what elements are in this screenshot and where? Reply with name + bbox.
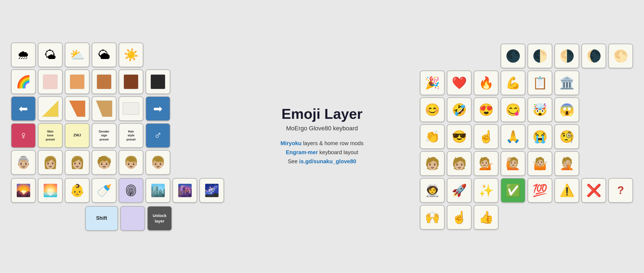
key-hair-style-preset[interactable]: Hairstylepreset — [119, 123, 143, 148]
key-thumbs-up[interactable]: 👍 — [474, 205, 498, 230]
right-row-0: 🌑 🌓 🌗 🌘 🌕 — [420, 44, 633, 68]
key-baby-bottle[interactable]: 🍼 — [92, 178, 116, 203]
right-row-5: 🧑‍🚀 🚀 ✨ ✅ 💯 ⚠️ ❌ ? — [420, 178, 633, 203]
key-boy2[interactable]: 👦🏼 — [146, 150, 170, 175]
key-monocle[interactable]: 🧐 — [554, 124, 579, 149]
key-crying[interactable]: 😭 — [528, 124, 552, 149]
key-pink-square[interactable] — [38, 69, 63, 94]
key-sunrise-mountain[interactable]: 🌄 — [11, 178, 36, 203]
key-yellow-shape[interactable] — [38, 96, 63, 121]
key-tan-shape[interactable] — [92, 96, 116, 121]
key-child[interactable]: 🧒🏼 — [92, 150, 116, 175]
key-screaming[interactable]: 😱 — [554, 97, 579, 122]
key-waning-gibbous[interactable]: 🌘 — [581, 44, 606, 68]
key-building[interactable]: 🏛️ — [554, 71, 579, 95]
key-cityscape[interactable]: 🏙️ — [146, 178, 170, 203]
key-person-shrug1[interactable]: 🧑🏼 — [420, 151, 445, 176]
key-full-moon[interactable]: 🌕 — [608, 44, 633, 68]
key-brown-square[interactable] — [92, 69, 116, 94]
keyboard-subtitle: MoErgo Glove80 keyboard — [286, 125, 358, 132]
left-bottom-row: Shift Unlocklayer — [85, 206, 224, 231]
key-partly-sunny[interactable]: 🌤 — [38, 43, 63, 67]
left-row-3: ♀ Skintonepreset ZWJ Gendersignpreset Ha… — [11, 123, 224, 148]
key-female-sign[interactable]: ♀ — [11, 123, 36, 148]
key-arrow-right[interactable]: ➡ — [146, 96, 170, 121]
key-fingerprint[interactable] — [119, 178, 143, 203]
key-sparkles1[interactable]: 🧑‍🚀 — [420, 178, 445, 203]
key-person-facepalm[interactable]: 🤦🏼 — [554, 151, 579, 176]
key-woman1[interactable]: 👩🏼 — [38, 150, 63, 175]
key-mostly-cloudy[interactable]: 🌥 — [92, 43, 116, 67]
key-point-up[interactable]: ☝️ — [474, 124, 498, 149]
key-orange-square[interactable] — [65, 69, 90, 94]
key-night-city[interactable]: 🌆 — [172, 178, 197, 203]
key-sparkles2[interactable]: ✨ — [474, 178, 498, 203]
key-red-heart[interactable]: ❤️ — [447, 71, 472, 95]
key-first-quarter[interactable]: 🌗 — [554, 44, 579, 68]
key-orange-shape[interactable] — [65, 96, 90, 121]
key-check-mark[interactable]: ✅ — [501, 178, 525, 203]
left-row-4: 👵🏼 👩🏼 👩🏼 🧒🏼 👦🏼 👦🏼 — [11, 150, 224, 175]
key-heart-eyes[interactable]: 😍 — [474, 97, 498, 122]
shift-label: Shift — [95, 214, 108, 223]
unlock-layer-key[interactable]: Unlocklayer — [147, 206, 172, 231]
right-row-2: 😊 🤣 😍 😋 🤯 😱 — [420, 97, 633, 122]
key-dark-brown[interactable] — [119, 69, 143, 94]
key-black-square[interactable] — [146, 69, 170, 94]
key-person-raising[interactable]: 🙋🏼 — [501, 151, 525, 176]
key-sunny[interactable]: ☀️ — [119, 43, 143, 67]
key-waxing-crescent[interactable]: 🌓 — [528, 44, 552, 68]
miryoku-suffix: layers & home row mods — [302, 140, 364, 146]
key-white-shape[interactable] — [119, 96, 143, 121]
key-yum[interactable]: 😋 — [501, 97, 525, 122]
key-skin-tone-preset[interactable]: Skintonepreset — [38, 123, 63, 148]
key-night-sky[interactable]: 🌌 — [199, 178, 224, 203]
key-woman2[interactable]: 👩🏼 — [65, 150, 90, 175]
key-zwj[interactable]: ZWJ — [65, 123, 90, 148]
blank-key[interactable] — [120, 206, 145, 231]
key-warning[interactable]: ⚠️ — [554, 178, 579, 203]
engram-line: Engram·mer keyboard layout — [286, 149, 358, 156]
key-pray[interactable]: 🙏 — [501, 124, 525, 149]
shift-key[interactable]: Shift — [85, 206, 118, 231]
key-raised-hands[interactable]: 🙌 — [420, 205, 445, 230]
key-exploding-head[interactable]: 🤯 — [528, 97, 552, 122]
engram-suffix: keyboard layout — [318, 149, 358, 155]
key-x-mark[interactable]: ❌ — [581, 178, 606, 203]
key-fire[interactable]: 🔥 — [474, 71, 498, 95]
key-muscle[interactable]: 💪 — [501, 71, 525, 95]
key-person-shrug2[interactable]: 🧑🏼 — [447, 151, 472, 176]
key-smiley[interactable]: 😊 — [420, 97, 445, 122]
right-row-1: 🎉 ❤️ 🔥 💪 📋 🏛️ — [420, 71, 633, 95]
key-rocket[interactable]: 🚀 — [447, 178, 472, 203]
right-row-4: 🧑🏼 🧑🏼 💁🏼 🙋🏼 🤷🏼 🤦🏼 — [420, 151, 633, 176]
miryoku-link[interactable]: Miryoku — [280, 140, 302, 146]
key-party-popper[interactable]: 🎉 — [420, 71, 445, 95]
key-question[interactable]: ? — [608, 178, 633, 203]
key-100[interactable]: 💯 — [528, 178, 552, 203]
key-sunglasses[interactable]: 😎 — [447, 124, 472, 149]
key-person-shrugging[interactable]: 🤷🏼 — [528, 151, 552, 176]
key-old-woman[interactable]: 👵🏼 — [11, 150, 36, 175]
key-sunrise[interactable]: 🌅 — [38, 178, 63, 203]
key-arrow-left[interactable]: ⬅ — [11, 96, 36, 121]
key-backhand-point[interactable]: ☝️ — [447, 205, 472, 230]
center-info: Emoji Layer MoErgo Glove80 keyboard Miry… — [224, 106, 420, 167]
key-clapping[interactable]: 👏 — [420, 124, 445, 149]
key-boy1[interactable]: 👦🏼 — [119, 150, 143, 175]
key-baby[interactable]: 👶 — [65, 178, 90, 203]
key-gender-sign-preset[interactable]: Gendersignpreset — [92, 123, 116, 148]
key-new-moon[interactable]: 🌑 — [501, 44, 525, 68]
left-row-1: 🌈 — [11, 69, 224, 94]
engram-link[interactable]: Engram·mer — [286, 149, 318, 155]
key-rainbow[interactable]: 🌈 — [11, 69, 36, 94]
key-person-tipping[interactable]: 💁🏼 — [474, 151, 498, 176]
key-partly-cloudy[interactable]: ⛅ — [65, 43, 90, 67]
right-row-6: 🙌 ☝️ 👍 — [420, 205, 633, 230]
glove80-link[interactable]: is.gd/sunaku_glove80 — [299, 158, 356, 164]
key-notebook[interactable]: 📋 — [528, 71, 552, 95]
see-line: See is.gd/sunaku_glove80 — [288, 158, 356, 165]
key-rofl[interactable]: 🤣 — [447, 97, 472, 122]
key-male-sign[interactable]: ♂ — [146, 123, 170, 148]
key-cloud-rain[interactable]: 🌧 — [11, 43, 36, 67]
